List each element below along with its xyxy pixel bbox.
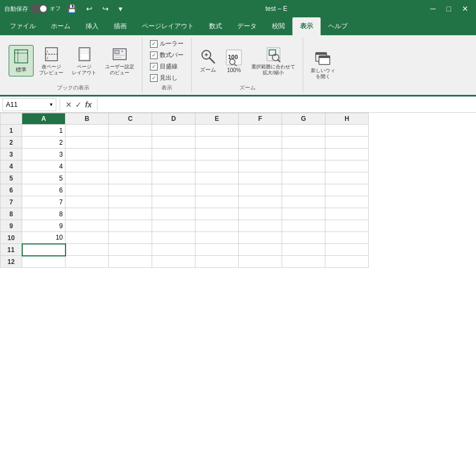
cell-C6[interactable]	[109, 184, 152, 196]
cell-H6[interactable]	[325, 184, 369, 196]
cell-B6[interactable]	[66, 184, 109, 196]
cell-F2[interactable]	[239, 137, 282, 149]
cell-B1[interactable]	[66, 125, 109, 137]
cell-H1[interactable]	[325, 125, 369, 137]
cell-C3[interactable]	[109, 149, 152, 160]
cell-F5[interactable]	[239, 172, 282, 184]
corner-header[interactable]	[1, 113, 22, 125]
cell-D8[interactable]	[152, 208, 195, 220]
cell-A11[interactable]	[22, 244, 66, 256]
cell-D3[interactable]	[152, 149, 195, 160]
page-break-preview-button[interactable]: 1 2 改ページプレビュー	[36, 43, 67, 78]
col-header-C[interactable]: C	[109, 113, 152, 125]
cell-B5[interactable]	[66, 172, 109, 184]
cell-C10[interactable]	[109, 232, 152, 244]
cell-C1[interactable]	[109, 125, 152, 137]
cell-A2[interactable]: 2	[22, 137, 66, 149]
col-header-B[interactable]: B	[66, 113, 109, 125]
cell-H12[interactable]	[325, 256, 369, 268]
cell-A9[interactable]: 9	[22, 220, 66, 232]
save-button[interactable]: 💾	[64, 3, 80, 14]
customize-qat-button[interactable]: ▾	[115, 3, 126, 14]
view-normal-button[interactable]: 標準	[9, 45, 34, 76]
minimize-button[interactable]: ─	[427, 3, 439, 14]
row-header-8[interactable]: 8	[1, 208, 22, 220]
cell-F11[interactable]	[239, 244, 282, 256]
cell-H11[interactable]	[325, 244, 369, 256]
cell-A5[interactable]: 5	[22, 172, 66, 184]
cell-H7[interactable]	[325, 196, 369, 208]
cell-F10[interactable]	[239, 232, 282, 244]
row-header-12[interactable]: 12	[1, 256, 22, 268]
cell-H4[interactable]	[325, 160, 369, 172]
cell-E3[interactable]	[195, 149, 239, 160]
cell-C11[interactable]	[109, 244, 152, 256]
cell-D2[interactable]	[152, 137, 195, 149]
tab-draw[interactable]: 描画	[106, 17, 134, 35]
cell-E11[interactable]	[195, 244, 239, 256]
row-header-2[interactable]: 2	[1, 137, 22, 149]
row-header-10[interactable]: 10	[1, 232, 22, 244]
cell-A7[interactable]: 7	[22, 196, 66, 208]
cell-E7[interactable]	[195, 196, 239, 208]
cell-G4[interactable]	[282, 160, 325, 172]
cell-H3[interactable]	[325, 149, 369, 160]
cell-A3[interactable]: 3	[22, 149, 66, 160]
cell-G9[interactable]	[282, 220, 325, 232]
cell-G8[interactable]	[282, 208, 325, 220]
cell-A8[interactable]: 8	[22, 208, 66, 220]
col-header-A[interactable]: A	[22, 113, 66, 125]
cell-D1[interactable]	[152, 125, 195, 137]
col-header-D[interactable]: D	[152, 113, 195, 125]
cell-E1[interactable]	[195, 125, 239, 137]
close-button[interactable]: ✕	[459, 3, 472, 14]
fit-selection-button[interactable]: 選択範囲に合わせて拡大/縮小	[248, 43, 298, 78]
zoom-100-button[interactable]: 100 100%	[222, 47, 246, 75]
formula-bar-checkbox[interactable]	[150, 52, 158, 59]
cell-reference-box[interactable]: A11 ▾	[2, 98, 56, 111]
tab-formulas[interactable]: 数式	[201, 17, 230, 35]
cell-B2[interactable]	[66, 137, 109, 149]
cell-A4[interactable]: 4	[22, 160, 66, 172]
cell-E5[interactable]	[195, 172, 239, 184]
cell-D6[interactable]	[152, 184, 195, 196]
col-header-E[interactable]: E	[195, 113, 239, 125]
formula-bar-checkbox-label[interactable]: 数式バー	[147, 50, 187, 60]
cell-G10[interactable]	[282, 232, 325, 244]
cell-H5[interactable]	[325, 172, 369, 184]
cell-D10[interactable]	[152, 232, 195, 244]
tab-data[interactable]: データ	[230, 17, 264, 35]
formula-input[interactable]	[99, 101, 476, 108]
ruler-checkbox[interactable]	[150, 40, 158, 48]
cell-F1[interactable]	[239, 125, 282, 137]
cell-B7[interactable]	[66, 196, 109, 208]
cell-A6[interactable]: 6	[22, 184, 66, 196]
cell-H2[interactable]	[325, 137, 369, 149]
cell-E10[interactable]	[195, 232, 239, 244]
cell-D9[interactable]	[152, 220, 195, 232]
tab-review[interactable]: 校閲	[264, 17, 292, 35]
confirm-icon[interactable]: ✓	[75, 100, 82, 109]
fx-icon[interactable]: fx	[85, 100, 92, 109]
col-header-H[interactable]: H	[325, 113, 369, 125]
cell-C9[interactable]	[109, 220, 152, 232]
cell-F12[interactable]	[239, 256, 282, 268]
cell-B10[interactable]	[66, 232, 109, 244]
cell-B8[interactable]	[66, 208, 109, 220]
undo-button[interactable]: ↩	[83, 3, 96, 14]
cell-H10[interactable]	[325, 232, 369, 244]
row-header-11[interactable]: 11	[1, 244, 22, 256]
row-header-5[interactable]: 5	[1, 172, 22, 184]
cell-E9[interactable]	[195, 220, 239, 232]
cell-E6[interactable]	[195, 184, 239, 196]
headings-checkbox[interactable]	[150, 74, 158, 82]
cell-H9[interactable]	[325, 220, 369, 232]
cell-B3[interactable]	[66, 149, 109, 160]
cell-G2[interactable]	[282, 137, 325, 149]
maximize-button[interactable]: □	[444, 3, 454, 14]
cell-B11[interactable]	[66, 244, 109, 256]
cell-G3[interactable]	[282, 149, 325, 160]
cell-F8[interactable]	[239, 208, 282, 220]
tab-file[interactable]: ファイル	[2, 17, 43, 35]
cell-C2[interactable]	[109, 137, 152, 149]
